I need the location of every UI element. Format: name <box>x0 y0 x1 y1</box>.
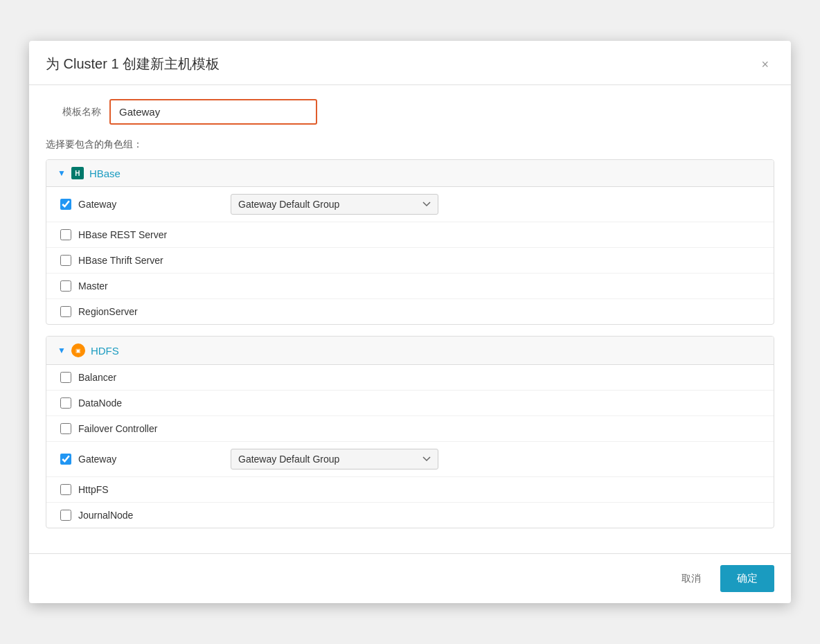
role-label-httpfs: HttpFS <box>78 484 217 495</box>
dialog-footer: 取消 确定 <box>29 553 791 603</box>
role-item-journalnode: JournalNode <box>46 503 774 528</box>
group-header-hbase[interactable]: ▼ H HBase <box>46 160 774 187</box>
dialog-title: 为 Cluster 1 创建新主机模板 <box>46 55 220 73</box>
checkbox-datanode[interactable] <box>60 397 71 409</box>
group-select-gateway[interactable]: Gateway Default Group <box>231 194 438 215</box>
checkbox-master[interactable] <box>60 280 71 292</box>
role-label-balancer: Balancer <box>78 372 217 383</box>
group-select-hdfs-gateway[interactable]: Gateway Default Group <box>231 449 438 469</box>
role-group-hbase: ▼ H HBase Gateway Gateway Default Group … <box>46 159 774 325</box>
group-name-hdfs: HDFS <box>91 345 119 357</box>
role-label-hbase-rest-server: HBase REST Server <box>78 229 217 240</box>
role-item-failover-controller: Failover Controller <box>46 416 774 442</box>
role-label-master: Master <box>78 280 217 292</box>
group-header-hdfs[interactable]: ▼ ▣ HDFS <box>46 337 774 365</box>
role-item-hdfs-gateway: Gateway Gateway Default Group <box>46 442 774 477</box>
role-item-regionserver: RegionServer <box>46 299 774 324</box>
checkbox-balancer[interactable] <box>60 372 71 383</box>
role-label-datanode: DataNode <box>78 397 217 409</box>
role-label-gateway: Gateway <box>78 199 217 210</box>
checkbox-httpfs[interactable] <box>60 484 71 495</box>
group-name-hbase: HBase <box>89 168 121 179</box>
role-item-gateway: Gateway Gateway Default Group <box>46 187 774 222</box>
role-groups-container: ▼ H HBase Gateway Gateway Default Group … <box>46 159 774 528</box>
checkbox-hbase-thrift-server[interactable] <box>60 255 71 266</box>
role-label-failover-controller: Failover Controller <box>78 423 217 434</box>
checkbox-hbase-rest-server[interactable] <box>60 229 71 240</box>
hdfs-icon: ▣ <box>71 343 85 357</box>
cancel-button[interactable]: 取消 <box>670 567 712 591</box>
template-name-label: 模板名称 <box>46 106 101 118</box>
chevron-down-icon: ▼ <box>57 168 66 178</box>
chevron-down-icon: ▼ <box>57 346 66 355</box>
create-template-dialog: 为 Cluster 1 创建新主机模板 × 模板名称 选择要包含的角色组： ▼ … <box>29 41 791 603</box>
checkbox-hdfs-gateway[interactable] <box>60 454 71 465</box>
role-item-balancer: Balancer <box>46 365 774 391</box>
role-item-master: Master <box>46 274 774 299</box>
checkbox-failover-controller[interactable] <box>60 423 71 434</box>
confirm-button[interactable]: 确定 <box>720 565 774 592</box>
checkbox-gateway[interactable] <box>60 199 71 210</box>
template-name-row: 模板名称 <box>46 99 774 125</box>
dialog-header: 为 Cluster 1 创建新主机模板 × <box>29 41 791 85</box>
role-item-hbase-rest-server: HBase REST Server <box>46 222 774 248</box>
checkbox-regionserver[interactable] <box>60 306 71 317</box>
role-label-hdfs-gateway: Gateway <box>78 454 217 465</box>
template-name-input[interactable] <box>109 99 317 125</box>
role-group-hdfs: ▼ ▣ HDFS Balancer DataNode Failover Cont… <box>46 336 774 528</box>
role-item-httpfs: HttpFS <box>46 477 774 503</box>
role-label-regionserver: RegionServer <box>78 306 217 317</box>
hbase-icon: H <box>71 167 84 179</box>
dialog-body: 模板名称 选择要包含的角色组： ▼ H HBase Gateway Gatewa… <box>29 85 791 553</box>
role-label-hbase-thrift-server: HBase Thrift Server <box>78 255 217 266</box>
role-item-datanode: DataNode <box>46 391 774 416</box>
checkbox-journalnode[interactable] <box>60 510 71 521</box>
section-label: 选择要包含的角色组： <box>46 138 774 151</box>
role-item-hbase-thrift-server: HBase Thrift Server <box>46 248 774 274</box>
role-label-journalnode: JournalNode <box>78 510 217 521</box>
close-button[interactable]: × <box>756 55 774 73</box>
